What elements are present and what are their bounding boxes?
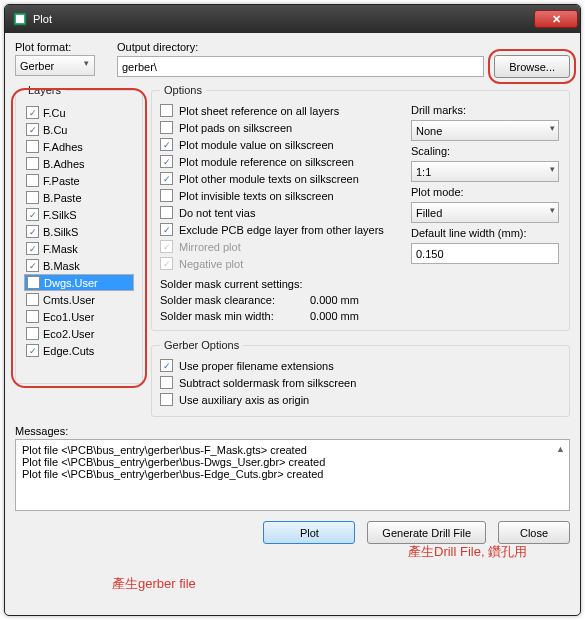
checkbox-icon[interactable]: ✓ xyxy=(26,123,39,136)
option-label: Plot module reference on silkscreen xyxy=(179,156,354,168)
layer-row[interactable]: ✓Edge.Cuts xyxy=(24,342,134,359)
output-dir-input[interactable] xyxy=(117,56,484,77)
option-label: Plot invisible texts on silkscreen xyxy=(179,190,334,202)
layer-row[interactable]: ✓F.Cu xyxy=(24,104,134,121)
checkbox-icon[interactable]: ✓ xyxy=(160,121,173,134)
option-row[interactable]: ✓Plot sheet reference on all layers xyxy=(160,102,397,119)
layer-label: F.Cu xyxy=(43,107,66,119)
layer-row[interactable]: ✓Eco1.User xyxy=(24,308,134,325)
layer-label: Edge.Cuts xyxy=(43,345,94,357)
checkbox-icon[interactable]: ✓ xyxy=(26,191,39,204)
option-row[interactable]: ✓Plot invisible texts on silkscreen xyxy=(160,187,397,204)
option-row[interactable]: ✓Plot other module texts on silkscreen xyxy=(160,170,397,187)
gerber-option-row[interactable]: ✓Use proper filename extensions xyxy=(160,357,561,374)
checkbox-icon[interactable]: ✓ xyxy=(160,155,173,168)
scaling-select[interactable]: 1:1 xyxy=(411,161,559,182)
output-dir-label: Output directory: xyxy=(117,41,570,53)
titlebar[interactable]: Plot ✕ xyxy=(5,5,580,33)
checkbox-icon[interactable]: ✓ xyxy=(160,138,173,151)
layer-row[interactable]: ✓B.Mask xyxy=(24,257,134,274)
option-row[interactable]: ✓Plot pads on silkscreen xyxy=(160,119,397,136)
plot-button[interactable]: Plot xyxy=(263,521,355,544)
checkbox-icon[interactable]: ✓ xyxy=(160,376,173,389)
layer-row[interactable]: ✓Dwgs.User xyxy=(24,274,134,291)
drill-marks-select[interactable]: None xyxy=(411,120,559,141)
layer-row[interactable]: ✓Cmts.User xyxy=(24,291,134,308)
messages-box[interactable]: ▲ Plot file <\PCB\bus_entry\gerber\bus-F… xyxy=(15,439,570,511)
layer-row[interactable]: ✓B.Adhes xyxy=(24,155,134,172)
message-line: Plot file <\PCB\bus_entry\gerber\bus-Edg… xyxy=(22,468,563,480)
checkbox-icon: ✓ xyxy=(160,240,173,253)
checkbox-icon[interactable]: ✓ xyxy=(26,140,39,153)
gerber-option-row[interactable]: ✓Subtract soldermask from silkscreen xyxy=(160,374,561,391)
layer-row[interactable]: ✓F.Paste xyxy=(24,172,134,189)
checkbox-icon: ✓ xyxy=(160,257,173,270)
layer-row[interactable]: ✓B.Cu xyxy=(24,121,134,138)
layer-label: Dwgs.User xyxy=(44,277,98,289)
options-legend: Options xyxy=(160,84,206,96)
layer-row[interactable]: ✓F.SilkS xyxy=(24,206,134,223)
gerber-option-row[interactable]: ✓Use auxiliary axis as origin xyxy=(160,391,561,408)
line-width-label: Default line width (mm): xyxy=(411,227,561,239)
checkbox-icon[interactable]: ✓ xyxy=(160,223,173,236)
option-row[interactable]: ✓Plot module reference on silkscreen xyxy=(160,153,397,170)
solder-legend: Solder mask current settings: xyxy=(160,278,302,290)
close-button[interactable]: ✕ xyxy=(534,10,578,28)
checkbox-icon[interactable]: ✓ xyxy=(160,189,173,202)
option-row[interactable]: ✓Plot module value on silkscreen xyxy=(160,136,397,153)
scaling-label: Scaling: xyxy=(411,145,561,157)
checkbox-icon[interactable]: ✓ xyxy=(26,106,39,119)
layer-label: B.Cu xyxy=(43,124,67,136)
layer-row[interactable]: ✓F.Adhes xyxy=(24,138,134,155)
line-width-input[interactable] xyxy=(411,243,559,264)
annotation-gerber: 產生gerber file xyxy=(112,575,196,593)
checkbox-icon[interactable]: ✓ xyxy=(160,206,173,219)
plot-mode-label: Plot mode: xyxy=(411,186,561,198)
checkbox-icon[interactable]: ✓ xyxy=(26,327,39,340)
checkbox-icon[interactable]: ✓ xyxy=(160,393,173,406)
checkbox-icon[interactable]: ✓ xyxy=(160,104,173,117)
layer-label: Eco1.User xyxy=(43,311,94,323)
layers-panel: Layers ✓F.Cu✓B.Cu✓F.Adhes✓B.Adhes✓F.Past… xyxy=(15,84,143,417)
checkbox-icon[interactable]: ✓ xyxy=(26,225,39,238)
checkbox-icon[interactable]: ✓ xyxy=(26,174,39,187)
svg-rect-1 xyxy=(16,15,24,23)
checkbox-icon[interactable]: ✓ xyxy=(26,157,39,170)
checkbox-icon[interactable]: ✓ xyxy=(26,310,39,323)
layer-row[interactable]: ✓B.Paste xyxy=(24,189,134,206)
option-row[interactable]: ✓Do not tent vias xyxy=(160,204,397,221)
layer-label: F.Mask xyxy=(43,243,78,255)
layers-legend: Layers xyxy=(24,84,65,96)
plot-dialog: Plot ✕ Plot format: Gerber Output direct… xyxy=(4,4,581,616)
solder-minwidth-value: 0.000 mm xyxy=(310,310,359,322)
layer-label: F.Adhes xyxy=(43,141,83,153)
checkbox-icon[interactable]: ✓ xyxy=(26,344,39,357)
option-label: Do not tent vias xyxy=(179,207,255,219)
checkbox-icon[interactable]: ✓ xyxy=(26,242,39,255)
layer-row[interactable]: ✓F.Mask xyxy=(24,240,134,257)
checkbox-icon[interactable]: ✓ xyxy=(26,293,39,306)
close-dialog-button[interactable]: Close xyxy=(498,521,570,544)
browse-button[interactable]: Browse... xyxy=(494,55,570,78)
option-row: ✓Mirrored plot xyxy=(160,238,397,255)
option-row[interactable]: ✓Exclude PCB edge layer from other layer… xyxy=(160,221,397,238)
plot-format-select[interactable]: Gerber xyxy=(15,55,95,76)
close-icon: ✕ xyxy=(552,13,561,26)
layer-label: B.Mask xyxy=(43,260,80,272)
layer-row[interactable]: ✓Eco2.User xyxy=(24,325,134,342)
gerber-option-label: Use auxiliary axis as origin xyxy=(179,394,309,406)
checkbox-icon[interactable]: ✓ xyxy=(160,172,173,185)
annotation-drill: 產生Drill File, 鑽孔用 xyxy=(408,543,527,561)
message-line: Plot file <\PCB\bus_entry\gerber\bus-F_M… xyxy=(22,444,563,456)
checkbox-icon[interactable]: ✓ xyxy=(26,208,39,221)
option-label: Plot pads on silkscreen xyxy=(179,122,292,134)
scroll-up-icon[interactable]: ▲ xyxy=(556,444,565,454)
generate-drill-button[interactable]: Generate Drill File xyxy=(367,521,486,544)
layer-label: F.SilkS xyxy=(43,209,77,221)
drill-marks-label: Drill marks: xyxy=(411,104,561,116)
plot-mode-select[interactable]: Filled xyxy=(411,202,559,223)
layer-row[interactable]: ✓B.SilkS xyxy=(24,223,134,240)
checkbox-icon[interactable]: ✓ xyxy=(27,276,40,289)
checkbox-icon[interactable]: ✓ xyxy=(160,359,173,372)
checkbox-icon[interactable]: ✓ xyxy=(26,259,39,272)
